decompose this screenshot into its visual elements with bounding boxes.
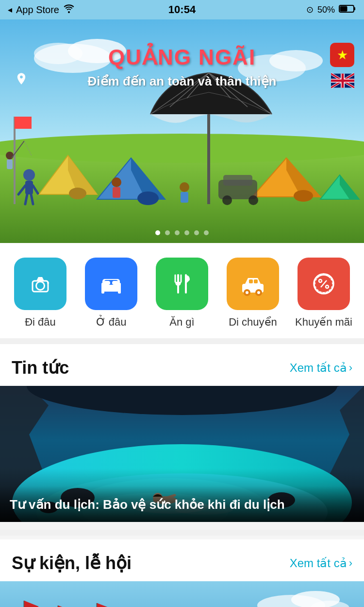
- events-scene: [0, 581, 364, 607]
- svg-rect-40: [113, 187, 120, 198]
- category-move-icon-box: [227, 258, 279, 310]
- category-stay-label: Ở đâu: [96, 316, 127, 329]
- hero-subtitle: Điểm đến an toàn và thân thiện: [0, 74, 364, 89]
- category-go[interactable]: Đi đâu: [11, 258, 69, 329]
- svg-rect-69: [254, 279, 258, 283]
- category-stay[interactable]: Ở đâu: [82, 258, 140, 329]
- battery-icon: [339, 4, 356, 16]
- status-right: ⊙ 50%: [306, 4, 356, 16]
- news-header: Tin tức Xem tất cả ›: [0, 344, 364, 386]
- svg-point-51: [37, 282, 44, 289]
- category-eat[interactable]: Ăn gì: [153, 258, 211, 329]
- category-eat-label: Ăn gì: [169, 316, 194, 329]
- vn-star: ★: [337, 48, 348, 63]
- category-eat-icon-box: [156, 258, 208, 310]
- svg-rect-1: [354, 7, 355, 10]
- svg-rect-30: [223, 175, 252, 186]
- events-chevron: ›: [349, 557, 352, 570]
- svg-point-33: [23, 169, 35, 181]
- category-move-label: Di chuyển: [229, 316, 277, 329]
- news-image: Tư vấn du lịch: Bảo vệ sức khỏe khi đi d…: [0, 386, 364, 522]
- svg-rect-60: [103, 281, 110, 285]
- svg-rect-46: [7, 159, 13, 169]
- svg-point-53: [47, 282, 49, 284]
- battery-percent: 50%: [317, 5, 335, 15]
- news-title: Tin tức: [12, 358, 69, 378]
- arrow-icon: ◂: [8, 4, 12, 15]
- category-section: Đi đâu Ở đâu: [0, 243, 364, 338]
- location-icon: [15, 72, 28, 89]
- vn-flag-button[interactable]: ★: [330, 43, 354, 67]
- events-see-all[interactable]: Xem tất cả ›: [290, 556, 352, 570]
- category-go-label: Đi đâu: [25, 316, 56, 329]
- news-caption: Tư vấn du lịch: Bảo vệ sức khỏe khi đi d…: [0, 486, 364, 522]
- category-promo-label: Khuyến mãi: [295, 316, 352, 329]
- news-section: Tin tức Xem tất cả ›: [0, 344, 364, 522]
- status-left: ◂ App Store: [8, 4, 75, 16]
- status-time: 10:54: [168, 3, 196, 16]
- carousel-dots: [0, 230, 364, 235]
- category-move[interactable]: Di chuyển: [224, 258, 282, 329]
- svg-rect-2: [340, 6, 347, 11]
- news-card[interactable]: Tư vấn du lịch: Bảo vệ sức khỏe khi đi d…: [0, 386, 364, 522]
- svg-point-32: [248, 195, 258, 205]
- svg-rect-44: [15, 117, 32, 129]
- dot-2[interactable]: [165, 230, 170, 235]
- hero-banner[interactable]: QUẢNG NGÃI Điểm đến an toàn và thân thiệ…: [0, 19, 364, 243]
- svg-rect-42: [181, 192, 188, 203]
- news-chevron: ›: [349, 362, 352, 374]
- svg-rect-34: [25, 181, 33, 194]
- hero-title: QUẢNG NGÃI: [0, 45, 364, 69]
- app-store-label: App Store: [16, 4, 59, 16]
- dot-5[interactable]: [194, 230, 199, 235]
- dot-6[interactable]: [204, 230, 209, 235]
- dot-3[interactable]: [175, 230, 180, 235]
- category-promo-icon-box: [298, 258, 350, 310]
- svg-rect-68: [249, 279, 253, 283]
- svg-point-41: [180, 182, 189, 192]
- svg-point-26: [294, 190, 313, 202]
- dot-1[interactable]: [155, 230, 160, 235]
- uk-flag-button[interactable]: [331, 72, 354, 89]
- category-stay-icon-box: [85, 258, 137, 310]
- events-title: Sự kiện, lễ hội: [12, 553, 132, 573]
- svg-point-16: [137, 191, 159, 205]
- news-see-all[interactable]: Xem tất cả ›: [290, 361, 352, 375]
- svg-point-10: [0, 134, 364, 163]
- svg-point-72: [246, 291, 248, 294]
- wifi-icon: [63, 4, 75, 16]
- svg-point-39: [112, 177, 121, 187]
- screen-rotation-icon: ⊙: [306, 4, 314, 15]
- svg-point-13: [69, 188, 86, 199]
- divider-1: [0, 338, 364, 344]
- events-image[interactable]: [0, 581, 364, 607]
- status-bar: ◂ App Store 10:54 ⊙ 50%: [0, 0, 364, 19]
- svg-point-31: [222, 195, 232, 205]
- svg-point-45: [6, 152, 14, 159]
- events-section: Sự kiện, lễ hội Xem tất cả ›: [0, 539, 364, 607]
- divider-2: [0, 530, 364, 536]
- dot-4[interactable]: [184, 230, 189, 235]
- svg-rect-61: [112, 281, 119, 285]
- svg-point-73: [257, 291, 260, 294]
- events-header: Sự kiện, lễ hội Xem tất cả ›: [0, 539, 364, 581]
- category-promo[interactable]: Khuyến mãi: [295, 258, 353, 329]
- category-go-icon-box: [14, 258, 66, 310]
